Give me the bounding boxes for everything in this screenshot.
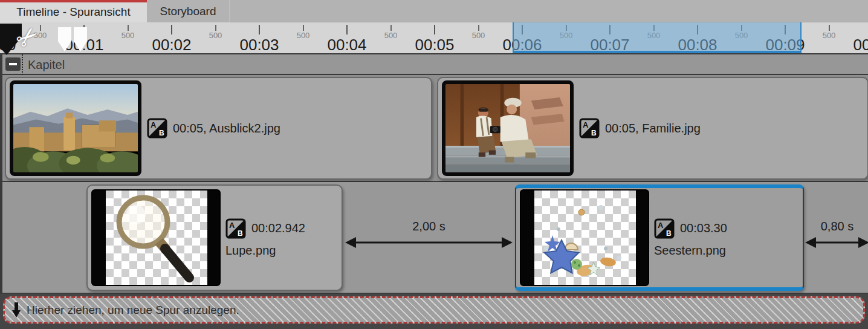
ruler-tick-minor [215,25,216,31]
double-arrow-icon [343,234,515,251]
drop-zone-label: Hierher ziehen, um neue Spur anzulegen. [27,304,239,317]
clip-thumbnail-magnifier [91,189,221,286]
clip-label: 00:05, Ausblick2.jpg [173,122,280,135]
clip-duration: 00:03.30 [680,221,727,235]
clip-duration: 00:02.942 [251,221,305,235]
clip-filename: Seestern.png [654,244,727,258]
clip-label: 00:05, Familie.jpg [605,122,701,135]
ab-transition-icon: A B [654,218,675,239]
ruler-selection-highlight [513,22,802,53]
svg-text:A: A [229,221,235,230]
ruler-minor-label: 500 [472,31,485,40]
ruler-minor-label: 500 [823,31,836,40]
timeline-ruler[interactable]: ✂ 00:0050000:0150000:0250000:0350000:045… [0,22,868,54]
ruler-second-label: 00:05 [415,36,454,54]
view-tab-bar: Timeline - Spuransicht Storyboard [0,0,868,22]
clip-thumbnail-starfish [520,189,649,286]
ruler-tick-minor [390,25,392,31]
ruler-tick-major [171,25,172,34]
ruler-tick-minor [829,25,830,31]
collapse-track-button minus-icon[interactable] [5,57,21,71]
svg-text:A: A [658,221,664,230]
image-track: A B 00:05, Ausblick2.jpg [0,75,868,182]
ab-transition-icon: A B [147,118,167,138]
ruler-tick-minor [478,25,479,31]
ruler-second-label: 00:10 [853,36,868,54]
new-track-drop-zone[interactable]: Hierher ziehen, um neue Spur anzulegen. [3,296,865,324]
ruler-tick-minor [40,25,41,31]
tab-timeline-spuransicht[interactable]: Timeline - Spuransicht [0,0,147,22]
clip-thumbnail-family [442,80,574,176]
gap-duration-label: 2,00 s [412,220,445,233]
clip-filename: Lupe.png [225,244,305,258]
overlay-track: A B 00:02.942 Lupe.png 2,00 s [0,182,868,294]
svg-text:B: B [666,229,672,238]
clip-seestern[interactable]: A B 00:03.30 Seestern.png [515,184,804,291]
ruler-second-label: 00:04 [327,36,366,54]
double-arrow-icon [804,234,868,251]
ruler-second-label: 00:02 [152,36,191,54]
ruler-tick-major [434,25,435,34]
ruler-tick-major [346,25,348,34]
chapter-track-label: Kapitel [28,54,65,75]
new-track-row: Hierher ziehen, um neue Spur anzulegen. [0,294,868,329]
clip-familie[interactable]: A B 00:05, Familie.jpg [437,77,868,180]
down-arrow-icon [12,302,21,318]
gap-indicator: 0,80 s [804,182,868,288]
gap-indicator: 2,00 s [343,182,515,288]
clip-thumbnail-alhambra [10,80,141,176]
playhead-line [22,54,23,75]
chapter-track-header: Kapitel [0,54,868,75]
clip-ausblick2[interactable]: A B 00:05, Ausblick2.jpg [5,77,432,180]
ruler-minor-label: 500 [121,31,135,40]
ruler-minor-label: 500 [297,31,310,40]
svg-text:B: B [159,129,164,137]
svg-text:A: A [151,120,157,129]
ab-transition-icon: A B [579,118,600,138]
svg-text:B: B [591,129,597,137]
ab-transition-icon: A B [225,218,246,239]
ruler-tick-minor [303,25,304,31]
ruler-second-label: 00:03 [239,36,279,54]
timeline-editor: { "tabs": [ { "label": "Timeline - Spura… [0,0,868,329]
ruler-tick-major [259,25,260,34]
svg-text:B: B [238,229,243,238]
tab-storyboard[interactable]: Storyboard [147,0,230,22]
clip-lupe[interactable]: A B 00:02.942 Lupe.png [86,184,343,291]
ruler-tick-minor [128,25,129,31]
ruler-minor-label: 500 [384,31,398,40]
svg-text:A: A [583,120,589,129]
ruler-minor-label: 500 [209,31,222,40]
gap-duration-label: 0,80 s [821,220,853,233]
